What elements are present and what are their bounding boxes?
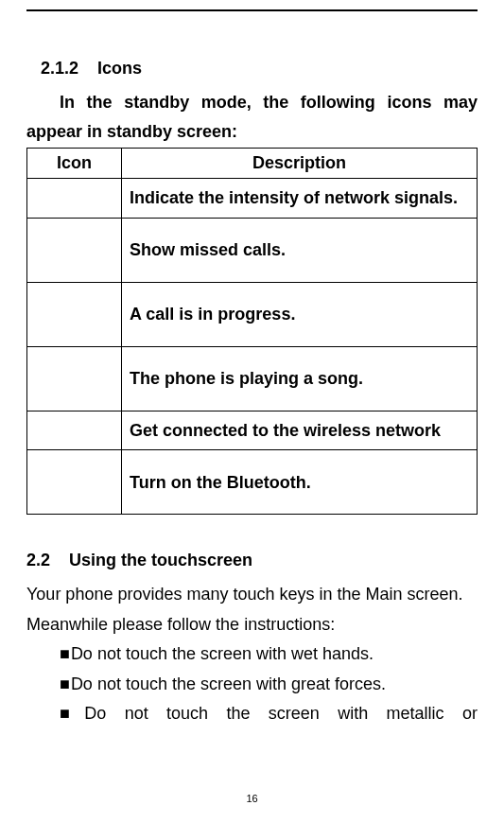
header-divider [26,9,478,11]
section-heading-icons: 2.1.2Icons [41,59,478,79]
icon-cell [27,411,122,450]
bullet-list: ■Do not touch the screen with wet hands.… [26,639,478,729]
square-bullet-icon: ■ [60,674,70,693]
bullet-item: ■Do not touch the screen with wet hands. [60,639,478,670]
section-number: 2.1.2 [41,59,78,78]
page-number: 16 [0,793,504,804]
description-cell: Indicate the intensity of network signal… [122,179,478,219]
section-title: Using the touchscreen [69,551,252,569]
table-row: Indicate the intensity of network signal… [27,179,478,219]
square-bullet-icon: ■ [60,704,83,723]
section-heading-touchscreen: 2.2Using the touchscreen [26,551,478,570]
description-cell: A call is in progress. [122,282,478,346]
section-intro: In the standby mode, the following icons… [26,88,478,146]
bullet-item: ■Do not touch the screen with great forc… [60,670,478,700]
table-row: A call is in progress. [27,282,478,346]
bullet-text: Do not touch the screen with great force… [71,674,386,693]
header-description: Description [122,149,478,179]
section-title: Icons [97,59,142,78]
icon-cell [27,282,122,346]
icon-cell [27,346,122,411]
table-header-row: Icon Description [27,149,478,179]
description-cell: Show missed calls. [122,218,478,282]
section-number: 2.2 [26,551,50,569]
description-cell: Get connected to the wireless network [122,411,478,450]
icon-cell [27,450,122,515]
description-cell: Turn on the Bluetooth. [122,450,478,515]
header-icon: Icon [27,149,122,179]
bullet-text: Do not touch the screen with metallic or [84,704,478,723]
icon-cell [27,179,122,219]
table-row: The phone is playing a song. [27,346,478,411]
icon-cell [27,218,122,282]
section-body: Your phone provides many touch keys in t… [26,580,478,639]
table-row: Get connected to the wireless network [27,411,478,450]
square-bullet-icon: ■ [60,644,70,663]
description-cell: The phone is playing a song. [122,346,478,411]
table-row: Show missed calls. [27,218,478,282]
bullet-item: ■Do not touch the screen with metallic o… [60,699,478,729]
icons-table: Icon Description Indicate the intensity … [26,148,478,515]
table-row: Turn on the Bluetooth. [27,450,478,515]
bullet-text: Do not touch the screen with wet hands. [71,644,374,663]
